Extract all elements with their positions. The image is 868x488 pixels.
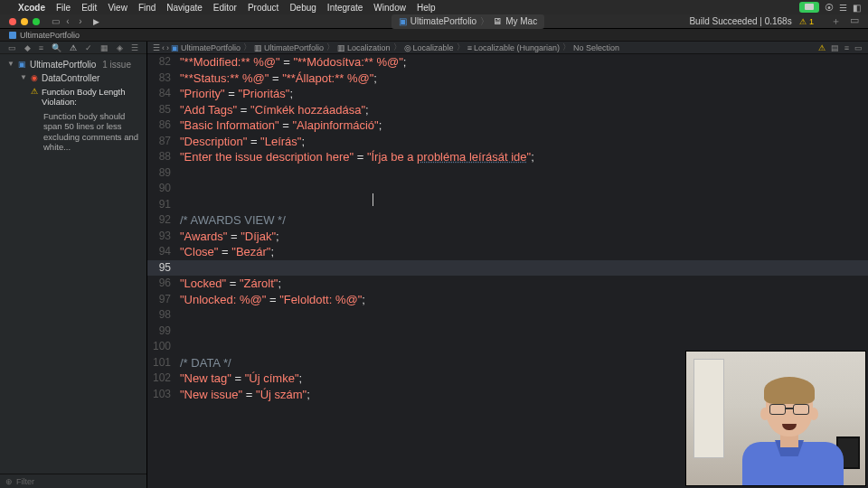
menu-product[interactable]: Product xyxy=(248,3,278,13)
code-text: "Locked" = "Zárolt"; xyxy=(180,276,868,292)
code-line[interactable]: 99 xyxy=(147,324,868,340)
nav-forward-icon[interactable]: › xyxy=(74,16,87,26)
code-line[interactable]: 88"Enter the issue description here" = "… xyxy=(147,149,868,165)
code-line[interactable]: 82"**Modified:** %@" = "**Módosítva:** %… xyxy=(147,54,868,70)
code-line[interactable]: 96"Locked" = "Zárolt"; xyxy=(147,276,868,292)
tab-title: UltimatePortfolio xyxy=(20,31,80,40)
code-line[interactable]: 85"Add Tags" = "Címkék hozzáadása"; xyxy=(147,102,868,118)
issue-file-row[interactable]: ▼ ◉ DataController xyxy=(0,71,146,85)
code-line[interactable]: 87"Description" = "Leírás"; xyxy=(147,134,868,150)
jump-bar[interactable]: ☰ ‹ › ▣ UltimatePortfolio 〉 ▥ UltimatePo… xyxy=(147,42,868,54)
library-icon[interactable]: ▭ xyxy=(850,14,859,28)
line-number: 89 xyxy=(147,165,180,182)
navigator-filter[interactable]: ⊕ Filter xyxy=(0,474,146,488)
project-navigator-icon[interactable]: ▭ xyxy=(8,43,16,52)
minimap-icon[interactable]: ▤ xyxy=(831,43,839,52)
code-text: /* AWARDS VIEW */ xyxy=(180,212,868,229)
breakpoint-navigator-icon[interactable]: ◈ xyxy=(117,43,123,52)
report-navigator-icon[interactable]: ☰ xyxy=(131,43,138,52)
scheme-selector[interactable]: ▣ UltimatePortfolio 〉 🖥 My Mac xyxy=(392,14,544,29)
menu-extra-icon[interactable]: ⦿ xyxy=(825,3,834,13)
crumb-file[interactable]: ≡ Localizable (Hungarian) xyxy=(467,43,560,52)
line-number: 91 xyxy=(147,197,180,213)
line-number: 85 xyxy=(147,102,180,118)
related-items-icon[interactable]: ☰ xyxy=(153,43,160,52)
project-icon: ▣ xyxy=(18,60,26,69)
adjust-editor-icon[interactable]: ▭ xyxy=(854,43,863,52)
code-line[interactable]: 95 xyxy=(147,260,868,277)
control-center-icon[interactable]: ◧ xyxy=(853,3,861,13)
line-number: 84 xyxy=(147,86,180,102)
project-name: UltimatePortfolio xyxy=(30,60,96,70)
code-line[interactable]: 94"Close" = "Bezár"; xyxy=(147,244,868,260)
crumb-selection[interactable]: No Selection xyxy=(573,43,619,52)
warning-badge[interactable]: ⚠︎ 1 xyxy=(799,17,814,26)
menu-xcode[interactable]: Xcode xyxy=(18,3,45,13)
code-text: "Basic Information" = "Alapinformáció"; xyxy=(180,117,868,134)
debug-navigator-icon[interactable]: ▦ xyxy=(100,43,108,52)
menu-extra-icon[interactable]: ☰ xyxy=(839,3,847,13)
screen-record-indicator[interactable] xyxy=(799,2,819,13)
menu-view[interactable]: View xyxy=(108,3,127,13)
issue-project-row[interactable]: ▼ ▣ UltimatePortfolio 1 issue xyxy=(0,58,146,71)
issue-row[interactable]: ⚠︎ Function Body Length Violation: Funct… xyxy=(0,85,146,154)
display-icon: 🖥 xyxy=(493,16,502,26)
code-line[interactable]: 97"Unlocked: %@" = "Feloldott: %@"; xyxy=(147,292,868,308)
issue-body: Function body should span 50 lines or le… xyxy=(31,111,141,153)
symbol-navigator-icon[interactable]: ≡ xyxy=(39,43,43,52)
add-icon[interactable]: ＋ xyxy=(831,14,841,28)
minimize-window-button[interactable] xyxy=(21,18,28,25)
menu-window[interactable]: Window xyxy=(373,3,406,13)
code-text: "Description" = "Leírás"; xyxy=(180,134,868,150)
crumb-folder[interactable]: ▥ Localization xyxy=(337,43,391,52)
issue-navigator-icon[interactable]: ⚠︎ xyxy=(70,43,77,52)
menu-editor[interactable]: Editor xyxy=(213,3,237,13)
disclosure-icon[interactable]: ▼ xyxy=(20,73,27,81)
build-status-text: Build Succeeded | 0.168s xyxy=(689,16,791,26)
code-text: "**Modified:** %@" = "**Módosítva:** %@"… xyxy=(180,54,868,70)
code-text xyxy=(180,181,868,197)
zoom-window-button[interactable] xyxy=(33,18,40,25)
crumb-folder[interactable]: ▥ UltimatePortfolio xyxy=(254,43,324,52)
menu-navigate[interactable]: Navigate xyxy=(166,3,202,13)
editor-tab[interactable]: UltimatePortfolio xyxy=(0,31,89,40)
menu-integrate[interactable]: Integrate xyxy=(327,3,363,13)
disclosure-icon[interactable]: ▼ xyxy=(7,60,14,68)
find-navigator-icon[interactable]: 🔍 xyxy=(52,43,61,52)
code-text: "**Status:** %@" = "**Állapot:** %@"; xyxy=(180,70,868,87)
line-number: 103 xyxy=(147,387,180,403)
code-line[interactable]: 91 xyxy=(147,197,868,213)
source-control-navigator-icon[interactable]: ◆ xyxy=(24,43,31,52)
test-navigator-icon[interactable]: ✓ xyxy=(85,43,92,52)
editor-options-icon[interactable]: ≡ xyxy=(844,43,849,52)
line-number: 102 xyxy=(147,371,180,387)
line-number: 93 xyxy=(147,229,180,245)
code-line[interactable]: 98 xyxy=(147,307,868,324)
menu-debug[interactable]: Debug xyxy=(289,3,316,13)
menu-help[interactable]: Help xyxy=(417,3,436,13)
nav-back-icon[interactable]: ‹ xyxy=(61,16,74,26)
close-window-button[interactable] xyxy=(9,18,16,25)
code-line[interactable]: 92/* AWARDS VIEW */ xyxy=(147,212,868,229)
nav-back-icon[interactable]: ‹ xyxy=(162,43,165,52)
menu-file[interactable]: File xyxy=(56,3,71,13)
run-button[interactable]: ▶ xyxy=(87,17,105,26)
line-number: 87 xyxy=(147,134,180,150)
code-line[interactable]: 89 xyxy=(147,165,868,182)
code-line[interactable]: 90 xyxy=(147,181,868,197)
crumb-project[interactable]: ▣ UltimatePortfolio xyxy=(171,43,241,52)
warning-indicator-icon[interactable]: ⚠︎ xyxy=(818,43,826,52)
code-line[interactable]: 83"**Status:** %@" = "**Állapot:** %@"; xyxy=(147,70,868,87)
code-text xyxy=(180,307,868,324)
code-line[interactable]: 84"Priority" = "Prioritás"; xyxy=(147,86,868,102)
toggle-navigator-icon[interactable]: ▭ xyxy=(49,16,61,26)
menu-find[interactable]: Find xyxy=(138,3,156,13)
warning-icon: ⚠︎ xyxy=(31,87,38,108)
crumb-file[interactable]: ◎ Localizable xyxy=(404,43,454,52)
nav-forward-icon[interactable]: › xyxy=(166,43,169,52)
line-number: 98 xyxy=(147,307,180,324)
menu-edit[interactable]: Edit xyxy=(81,3,97,13)
code-line[interactable]: 86"Basic Information" = "Alapinformáció"… xyxy=(147,117,868,134)
line-number: 92 xyxy=(147,212,180,229)
code-line[interactable]: 93"Awards" = "Díjak"; xyxy=(147,229,868,245)
